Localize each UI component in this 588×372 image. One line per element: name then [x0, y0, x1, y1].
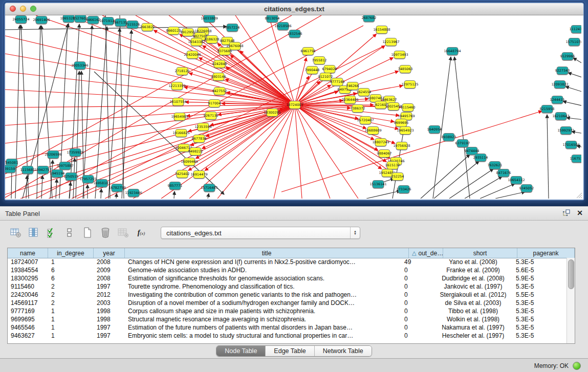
graph-node[interactable]: 12093822: [551, 81, 568, 89]
graph-node[interactable]: 19756928: [393, 142, 410, 150]
graph-edge[interactable]: [421, 155, 470, 199]
graph-edge[interactable]: [5, 105, 295, 107]
graph-node[interactable]: 9884067: [377, 150, 392, 158]
cell-out_degree[interactable]: 0: [401, 315, 435, 323]
cell-name[interactable]: 18300295: [8, 274, 48, 282]
graph-edge[interactable]: [465, 177, 502, 199]
graph-node[interactable]: 8471676: [496, 169, 511, 177]
graph-node[interactable]: 15716485: [201, 184, 217, 192]
cell-title[interactable]: Corpus callosum shape and size in male p…: [125, 307, 401, 315]
column-selection-button[interactable]: [27, 226, 40, 239]
graph-node[interactable]: 1832546: [288, 30, 302, 38]
cell-pagerank[interactable]: 5.9E-5: [510, 274, 567, 282]
graph-edge[interactable]: [72, 46, 384, 199]
graph-node[interactable]: 16648794: [444, 48, 461, 55]
graph-node[interactable]: 2718120: [175, 68, 190, 75]
tab-network-table[interactable]: Network Table: [315, 346, 372, 356]
cell-name[interactable]: 14569117: [8, 299, 48, 307]
graph-edge[interactable]: [50, 160, 53, 199]
graph-edge[interactable]: [108, 28, 120, 199]
graph-node[interactable]: 15751074: [565, 38, 581, 46]
graph-node[interactable]: 1615132: [385, 162, 400, 169]
graph-edge[interactable]: [95, 27, 107, 199]
graph-node[interactable]: 8660123: [166, 27, 181, 35]
table-selector-dropdown[interactable]: citations_edges.txt ▲▼: [161, 227, 360, 239]
cell-title[interactable]: Estimation of the future numbers of pati…: [125, 323, 401, 332]
cell-in_degree[interactable]: 6: [48, 274, 94, 282]
graph-node[interactable]: 9466162: [86, 16, 101, 24]
cell-out_degree[interactable]: 0: [401, 274, 435, 282]
graph-edge[interactable]: [295, 58, 307, 105]
cell-year[interactable]: 2009: [94, 266, 125, 274]
cell-year[interactable]: 1998: [94, 315, 125, 323]
graph-edge[interactable]: [101, 189, 101, 199]
table-row[interactable]: 911546021997Tourette syndrome. Phenomeno…: [8, 282, 567, 291]
graph-node[interactable]: 7632621: [488, 162, 503, 169]
graph-node[interactable]: 18807249: [372, 139, 389, 146]
cell-short[interactable]: de Silva et al. (2003): [435, 299, 510, 307]
cell-in_degree[interactable]: 1: [48, 258, 94, 266]
graph-edge[interactable]: [366, 191, 400, 199]
cell-title[interactable]: Disruption of a novel member of a sodium…: [125, 299, 401, 307]
cell-year[interactable]: 1997: [94, 332, 125, 340]
graph-node[interactable]: 20691406: [33, 16, 50, 24]
cell-year[interactable]: 1997: [94, 282, 125, 291]
graph-node[interactable]: 16033809: [201, 15, 217, 23]
graph-node[interactable]: 1167531: [570, 155, 581, 163]
graph-node[interactable]: 2935114: [473, 154, 488, 162]
graph-edge[interactable]: [202, 105, 295, 148]
graph-node[interactable]: 7857224: [225, 24, 240, 32]
cell-short[interactable]: Jankovic et al. (1997): [435, 282, 510, 291]
cell-in_degree[interactable]: 1: [48, 315, 94, 323]
cell-title[interactable]: Investigating the contribution of common…: [125, 291, 401, 299]
window-titlebar[interactable]: citations_edges.txt: [5, 3, 583, 15]
graph-node[interactable]: 9115460: [401, 104, 416, 112]
column-header-out_degree[interactable]: △out_de…: [409, 248, 443, 258]
graph-node[interactable]: 9121072: [318, 73, 333, 81]
cell-pagerank[interactable]: 5.3E-5: [510, 307, 567, 315]
function-builder-button[interactable]: f(x): [135, 226, 148, 239]
graph-edge[interactable]: [174, 191, 175, 199]
cell-pagerank[interactable]: 5.3E-5: [510, 315, 567, 323]
table-row[interactable]: 977716911998Corpus callosum shape and si…: [8, 307, 567, 315]
graph-node[interactable]: 19166825: [172, 129, 189, 137]
graph-node[interactable]: 1112479: [570, 26, 581, 33]
cell-pagerank[interactable]: 5.3E-5: [510, 323, 567, 332]
memory-status-indicator[interactable]: [573, 362, 581, 370]
select-all-button[interactable]: [45, 226, 58, 239]
table-row[interactable]: 946554611997Estimation of the future num…: [8, 323, 567, 332]
vertical-scrollbar[interactable]: [567, 258, 575, 343]
graph-node[interactable]: 7425402: [175, 170, 190, 178]
graph-edge[interactable]: [295, 105, 330, 199]
column-header-short[interactable]: short: [443, 248, 517, 258]
cell-short[interactable]: Yano et al. (2008): [435, 258, 510, 266]
graph-node[interactable]: 8215958: [540, 105, 555, 113]
graph-edge[interactable]: [105, 15, 110, 199]
table-row[interactable]: 946362711997Embryonic stem cells: a mode…: [8, 332, 567, 340]
column-header-year[interactable]: year: [94, 248, 125, 258]
cell-out_degree[interactable]: 0: [401, 307, 435, 315]
graph-node[interactable]: 10973493: [391, 51, 408, 59]
cell-in_degree[interactable]: 2: [48, 299, 94, 307]
cell-name[interactable]: 19384554: [8, 266, 48, 274]
cell-name[interactable]: 9463627: [8, 332, 48, 340]
graph-edge[interactable]: [295, 105, 395, 143]
graph-edge[interactable]: [5, 27, 227, 30]
cell-name[interactable]: 9115460: [8, 282, 48, 291]
graph-edge[interactable]: [495, 192, 525, 199]
graph-node[interactable]: 22420046: [184, 51, 201, 59]
tab-edge-table[interactable]: Edge Table: [266, 346, 314, 356]
cell-title[interactable]: Tourette syndrome. Phenomenology and cla…: [125, 282, 401, 291]
cell-title[interactable]: Genome-wide association studies in ADHD.: [125, 266, 401, 274]
graph-node[interactable]: 15992971: [557, 127, 574, 135]
table-row[interactable]: 1830029562008Estimation of significance …: [8, 274, 567, 282]
float-panel-button[interactable]: [562, 209, 571, 216]
graph-node[interactable]: 9498222: [188, 148, 203, 156]
cell-in_degree[interactable]: 1: [48, 307, 94, 315]
graph-node[interactable]: 1115681: [20, 166, 35, 174]
graph-node[interactable]: 9699695: [394, 119, 409, 127]
graph-node[interactable]: 2687682: [362, 15, 377, 22]
graph-edge[interactable]: [69, 15, 295, 105]
graph-node[interactable]: 9375685: [217, 48, 232, 55]
column-header-pagerank[interactable]: pagerank: [517, 248, 575, 258]
